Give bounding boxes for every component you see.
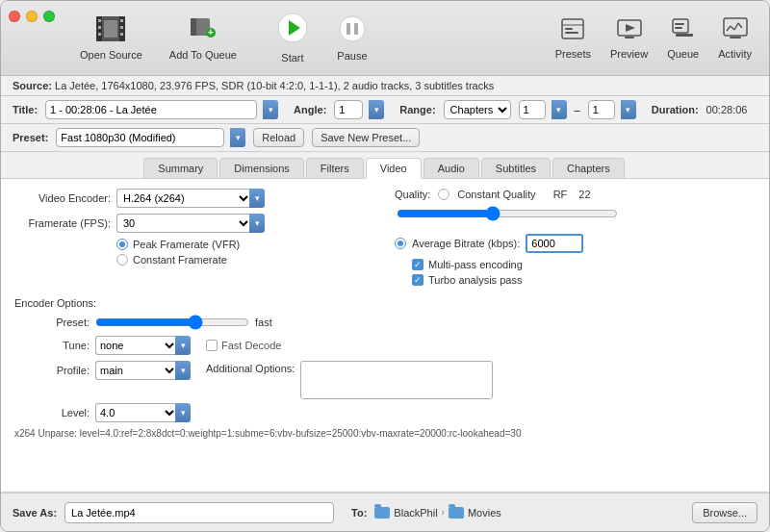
svg-rect-3 (98, 19, 101, 22)
bottom-bar: Save As: To: BlackPhil › Movies Browse..… (1, 493, 769, 531)
tab-chapters[interactable]: Chapters (552, 158, 625, 178)
range-end-input[interactable] (588, 100, 615, 119)
pause-label: Pause (337, 50, 367, 62)
add-to-queue-label: Add To Queue (169, 49, 237, 61)
profile-dropdown-arrow[interactable]: ▾ (175, 361, 191, 380)
peak-framerate-radio[interactable] (116, 239, 128, 250)
svg-rect-22 (565, 28, 573, 30)
main-content: Video Encoder: H.264 (x264) ▾ Framerate … (1, 179, 769, 493)
peak-framerate-label: Peak Framerate (VFR) (133, 239, 240, 250)
rf-value: 22 (578, 189, 590, 200)
tab-summary[interactable]: Summary (143, 158, 218, 178)
quality-label: Quality: (395, 189, 430, 200)
quality-slider[interactable] (397, 206, 618, 221)
encoder-options-title: Encoder Options: (14, 297, 756, 309)
preview-button[interactable]: Preview (601, 12, 657, 65)
save-new-preset-button[interactable]: Save New Preset... (312, 128, 420, 147)
tab-dimensions[interactable]: Dimensions (219, 158, 303, 178)
fast-decode-label: Fast Decode (221, 340, 281, 351)
main-window: Open Source + Add To Queue (0, 0, 770, 532)
constant-framerate-row[interactable]: Constant Framerate (116, 254, 375, 266)
reload-button[interactable]: Reload (253, 128, 304, 147)
folder1-icon (374, 507, 390, 519)
angle-input[interactable] (334, 100, 363, 119)
title-row: Title: ▾ Angle: ▾ Range: Chapters ▾ – ▾ … (1, 96, 769, 124)
title-label: Title: (13, 104, 38, 115)
preview-label: Preview (610, 48, 648, 60)
additional-label: Additional Options: (206, 363, 295, 374)
tab-audio[interactable]: Audio (424, 158, 479, 178)
additional-options-input[interactable] (300, 361, 493, 399)
svg-line-35 (738, 23, 742, 28)
maximize-button[interactable] (43, 11, 55, 22)
minimize-button[interactable] (26, 11, 38, 22)
bitrate-input[interactable] (526, 234, 583, 253)
quality-header-row: Quality: Constant Quality RF 22 (395, 189, 756, 200)
level-dropdown-arrow[interactable]: ▾ (175, 403, 191, 422)
constant-framerate-radio[interactable] (116, 254, 128, 266)
video-encoder-select[interactable]: H.264 (x264) (116, 189, 251, 208)
pause-icon (338, 15, 367, 48)
tune-label: Tune: (34, 340, 90, 351)
presets-label: Presets (555, 48, 591, 60)
level-select[interactable]: 4.0 (95, 403, 177, 422)
profile-select[interactable]: main (95, 361, 177, 380)
to-label: To: (351, 507, 367, 519)
range-type-select[interactable]: Chapters (444, 100, 511, 119)
encoder-preset-slider[interactable] (95, 315, 249, 330)
constant-framerate-label: Constant Framerate (133, 254, 227, 266)
start-button[interactable]: Start (264, 13, 321, 63)
close-button[interactable] (9, 11, 20, 22)
preset-fast-label: fast (255, 317, 272, 328)
path2-label: Movies (468, 507, 501, 519)
tab-video[interactable]: Video (366, 158, 422, 179)
framerate-select-group: 30 ▾ (116, 214, 265, 233)
duration-value: 00:28:06 (706, 104, 748, 115)
range-end-stepper[interactable]: ▾ (621, 100, 636, 119)
framerate-select[interactable]: 30 (116, 214, 251, 233)
turbo-label: Turbo analysis pass (428, 274, 522, 286)
open-source-button[interactable]: Open Source (66, 11, 156, 66)
turbo-checkbox[interactable]: ✓ (412, 274, 424, 286)
range-label: Range: (399, 104, 435, 115)
fast-decode-checkbox[interactable] (206, 340, 218, 351)
quality-slider-container (397, 206, 756, 224)
path-area[interactable]: BlackPhil › Movies (374, 507, 500, 519)
save-as-input[interactable] (64, 502, 334, 523)
svg-rect-28 (676, 34, 693, 37)
profile-row: Profile: main ▾ (34, 361, 191, 380)
activity-button[interactable]: Activity (708, 12, 761, 65)
browse-button[interactable]: Browse... (692, 502, 757, 523)
level-row: Level: 4.0 ▾ (34, 403, 756, 422)
range-dash: – (575, 104, 580, 115)
multipass-checkbox[interactable]: ✓ (412, 259, 424, 270)
constant-quality-radio[interactable] (438, 189, 449, 200)
preset-dropdown-btn[interactable]: ▾ (230, 128, 245, 147)
title-stepper[interactable]: ▾ (263, 100, 278, 119)
tune-dropdown-arrow[interactable]: ▾ (175, 336, 191, 355)
angle-stepper[interactable]: ▾ (369, 100, 384, 119)
title-input[interactable] (45, 100, 257, 119)
tab-filters[interactable]: Filters (306, 158, 364, 178)
svg-line-34 (734, 23, 738, 30)
queue-button[interactable]: Queue (657, 12, 708, 65)
x264-unparse-text: x264 Unparse: level=4.0:ref=2:8x8dct=0:w… (14, 428, 756, 439)
angle-label: Angle: (294, 104, 326, 115)
add-to-queue-button[interactable]: + Add To Queue (156, 11, 250, 66)
profile-label: Profile: (34, 365, 90, 376)
range-start-stepper[interactable]: ▾ (552, 100, 567, 119)
range-start-input[interactable] (519, 100, 546, 119)
pause-button[interactable]: Pause (323, 15, 381, 62)
svg-rect-6 (120, 19, 123, 22)
encoding-options-checks: ✓ Multi-pass encoding ✓ Turbo analysis p… (412, 259, 756, 286)
encoder-dropdown-arrow[interactable]: ▾ (249, 189, 265, 208)
preset-input[interactable] (56, 128, 224, 147)
avg-bitrate-radio[interactable] (395, 238, 406, 249)
rf-label: RF (553, 189, 568, 200)
peak-framerate-row[interactable]: Peak Framerate (VFR) (116, 239, 375, 250)
tune-select[interactable]: none (95, 336, 177, 355)
source-value: La Jetée, 1764x1080, 23.976 FPS, SDR (10… (55, 80, 494, 91)
presets-button[interactable]: Presets (546, 12, 601, 65)
tab-subtitles[interactable]: Subtitles (481, 158, 551, 178)
framerate-dropdown-arrow[interactable]: ▾ (249, 214, 265, 233)
